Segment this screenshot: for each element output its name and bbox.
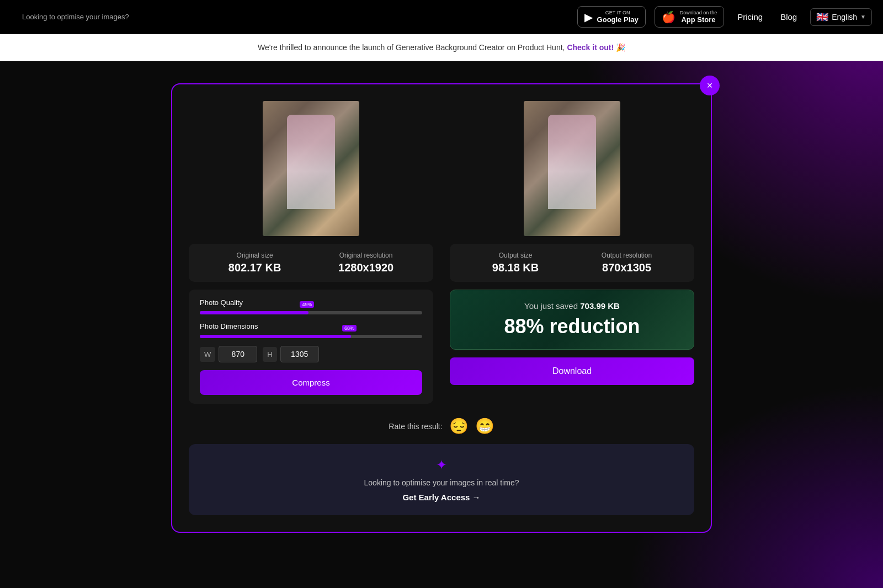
quality-slider-thumb: 49% [300, 301, 314, 308]
chevron-down-icon: ▼ [860, 14, 866, 20]
original-resolution-value: 1280x1920 [338, 261, 393, 274]
early-access-link[interactable]: Get Early Access → [402, 493, 480, 502]
original-resolution-item: Original resolution 1280x1920 [338, 252, 393, 274]
banner-text: Looking to optimise your images in real … [364, 478, 519, 487]
rating-section: Rate this result: 😔 😁 [189, 417, 694, 435]
sad-emoji-button[interactable]: 😔 [449, 417, 469, 435]
app-store-button[interactable]: 🍎 Download on the App Store [655, 6, 725, 28]
announcement-link[interactable]: Check it out! [567, 43, 614, 52]
blog-nav-link[interactable]: Blog [776, 12, 801, 22]
original-photo [263, 101, 359, 236]
quality-slider-track[interactable]: 49% [200, 311, 422, 314]
language-selector[interactable]: 🇬🇧 English ▼ [810, 8, 872, 26]
original-size-value: 802.17 KB [228, 261, 281, 274]
original-size-label: Original size [237, 252, 273, 259]
apple-icon: 🍎 [662, 10, 675, 24]
google-play-text: GET IT ON Google Play [597, 10, 639, 24]
width-label: W [200, 347, 215, 362]
happy-emoji-button[interactable]: 😁 [475, 417, 494, 435]
original-resolution-label: Original resolution [339, 252, 393, 259]
output-photo-wrapper [450, 101, 694, 236]
height-input-group: H [263, 346, 318, 362]
language-label: English [832, 13, 857, 22]
announcement-text: We're thrilled to announce the launch of… [258, 43, 565, 52]
savings-card: You just saved 703.99 KB 88% reduction [450, 290, 694, 350]
output-resolution-value: 870x1305 [602, 261, 651, 274]
output-size-label: Output size [499, 252, 533, 259]
compress-button[interactable]: Compress [200, 370, 422, 395]
output-resolution-item: Output resolution 870x1305 [602, 252, 652, 274]
dimensions-slider-track[interactable]: 68% [200, 335, 422, 338]
savings-text: You just saved 703.99 KB [461, 301, 683, 311]
original-panel: Original size 802.17 KB Original resolut… [189, 101, 433, 404]
comparison-grid: Original size 802.17 KB Original resolut… [189, 101, 694, 404]
savings-amount: 703.99 KB [580, 301, 620, 311]
main-content: × Original size 802.17 KB Original resol… [0, 61, 883, 555]
rating-label: Rate this result: [389, 422, 442, 431]
announcement-bar: We're thrilled to announce the launch of… [0, 34, 883, 61]
early-access-banner: ✦ Looking to optimise your images in rea… [189, 444, 694, 515]
quality-slider-fill: 49% [200, 311, 308, 314]
output-resolution-label: Output resolution [602, 252, 652, 259]
output-photo [524, 101, 620, 236]
navbar: Looking to optimise your images? ▶ GET I… [0, 0, 883, 34]
width-input-group: W [200, 346, 257, 362]
output-panel: Output size 98.18 KB Output resolution 8… [450, 101, 694, 404]
output-size-value: 98.18 KB [492, 261, 539, 274]
flag-icon: 🇬🇧 [816, 11, 828, 23]
close-button[interactable]: × [700, 76, 720, 95]
original-size-card: Original size 802.17 KB Original resolut… [189, 244, 433, 282]
dimensions-slider-fill: 68% [200, 335, 351, 338]
dimensions-slider-thumb: 68% [342, 325, 357, 332]
output-size-item: Output size 98.18 KB [492, 252, 539, 274]
width-input[interactable] [219, 346, 257, 362]
height-label: H [263, 347, 276, 362]
announcement-emoji: 🎉 [616, 43, 625, 52]
controls-panel: Photo Quality 49% Photo Dimensions 68% [189, 290, 433, 404]
app-store-text: Download on the App Store [680, 10, 717, 24]
original-photo-wrapper [189, 101, 433, 236]
pricing-nav-link[interactable]: Pricing [733, 12, 767, 22]
height-input[interactable] [280, 346, 319, 362]
output-size-card: Output size 98.18 KB Output resolution 8… [450, 244, 694, 282]
nav-early-access-text: Looking to optimise your images? [22, 13, 129, 21]
google-play-button[interactable]: ▶ GET IT ON Google Play [577, 6, 646, 28]
banner-icon: ✦ [436, 457, 447, 473]
dimensions-label: Photo Dimensions [200, 322, 422, 330]
download-button[interactable]: Download [450, 357, 694, 385]
google-play-icon: ▶ [584, 10, 593, 24]
reduction-text: 88% reduction [461, 315, 683, 338]
compression-modal: × Original size 802.17 KB Original resol… [171, 83, 712, 533]
dimension-inputs: W H [200, 346, 422, 362]
original-size-item: Original size 802.17 KB [228, 252, 281, 274]
